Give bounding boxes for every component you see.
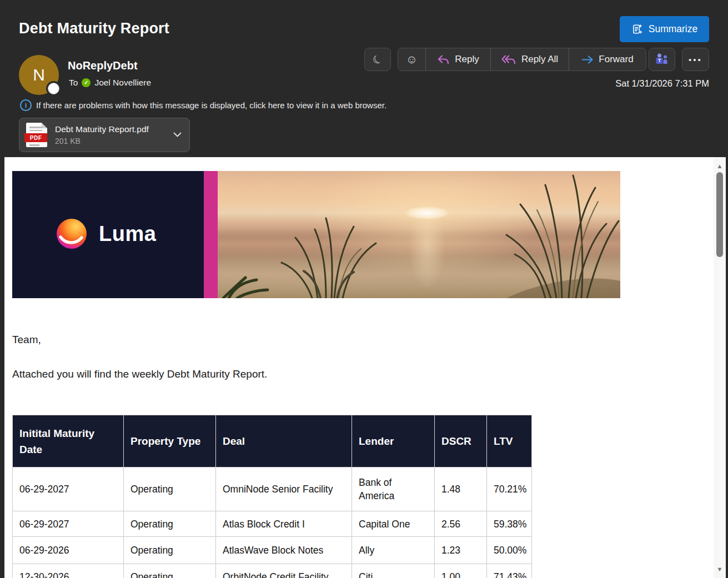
reply-arrow-icon xyxy=(437,54,450,65)
table-cell: 50.00% xyxy=(487,537,532,564)
table-row: 06-29-2026OperatingAtlasWave Block Notes… xyxy=(13,537,532,564)
banner-accent-stripe xyxy=(204,171,218,298)
mail-reading-pane-window: Debt Maturity Report Summarize N NoReply… xyxy=(0,0,728,578)
table-cell: 59.38% xyxy=(487,511,532,537)
table-cell: Capital One xyxy=(352,511,435,537)
reply-all-label: Reply All xyxy=(521,54,558,65)
info-icon: i xyxy=(20,99,32,111)
table-header-cell: Initital Maturity Date xyxy=(13,415,124,468)
attachment-chevron-down-icon[interactable] xyxy=(173,132,182,138)
scroll-up-arrow[interactable]: ▲ xyxy=(714,161,726,171)
attachment-meta: Debt Maturity Report.pdf 201 KB xyxy=(55,124,149,145)
table-cell: 2.56 xyxy=(435,511,487,537)
reply-button[interactable]: Reply xyxy=(426,48,491,71)
email-intro: Attached you will find the weekly Debt M… xyxy=(12,368,267,380)
table-cell: 06-29-2026 xyxy=(13,537,124,564)
table-cell: Operating xyxy=(124,564,216,578)
table-row: 12-30-2026OperatingOrbitNode Credit Faci… xyxy=(13,564,532,578)
table-cell: OrbitNode Credit Facility xyxy=(216,564,352,578)
table-cell: Ally xyxy=(352,537,435,564)
table-cell: 06-29-2027 xyxy=(13,468,124,511)
table-cell: 70.21% xyxy=(487,468,532,511)
snooze-button[interactable]: ☾ xyxy=(364,48,391,71)
table-header-cell: Deal xyxy=(216,415,352,468)
forward-label: Forward xyxy=(599,54,633,65)
pdf-file-icon: PDF xyxy=(26,123,47,147)
table-cell: Citi xyxy=(352,564,435,578)
attachment-card[interactable]: PDF Debt Maturity Report.pdf 201 KB xyxy=(19,118,190,152)
table-body: 06-29-2027OperatingOmniNode Senior Facil… xyxy=(13,468,532,578)
table-cell: 1.00 xyxy=(435,564,487,578)
table-header-row: Initital Maturity DateProperty TypeDealL… xyxy=(13,415,532,468)
reply-all-button[interactable]: Reply All xyxy=(491,48,569,71)
moon-icon: ☾ xyxy=(370,51,385,68)
forward-arrow-icon xyxy=(581,54,594,65)
summarize-doc-sparkle-icon xyxy=(631,23,643,35)
scroll-down-arrow[interactable]: ▼ xyxy=(714,564,726,574)
recipient-name[interactable]: Joel Novelliere xyxy=(94,78,151,88)
banner-beach-photo xyxy=(218,171,620,298)
sender-avatar-initial: N xyxy=(33,66,45,84)
banner-brand-panel: Luma xyxy=(12,171,204,298)
table-cell: 1.23 xyxy=(435,537,487,564)
table-header-cell: Property Type xyxy=(124,415,216,468)
to-label: To xyxy=(69,78,78,88)
table-cell: Operating xyxy=(124,468,216,511)
debt-maturity-table: Initital Maturity DateProperty TypeDealL… xyxy=(12,415,532,578)
sender-presence-badge xyxy=(48,83,59,94)
reactions-button[interactable]: ☺ xyxy=(398,48,426,71)
attachment-filename: Debt Maturity Report.pdf xyxy=(55,124,149,134)
table-header-cell: LTV xyxy=(487,415,532,468)
table-row: 06-29-2027OperatingAtlas Block Credit IC… xyxy=(13,511,532,537)
luma-logo-icon xyxy=(56,218,88,250)
table-cell: OmniNode Senior Facility xyxy=(216,468,352,511)
table-cell: Atlas Block Credit I xyxy=(216,511,352,537)
forward-button[interactable]: Forward xyxy=(569,48,646,71)
table-cell: 06-29-2027 xyxy=(13,511,124,537)
reply-label: Reply xyxy=(455,54,479,65)
svg-text:T: T xyxy=(658,58,661,63)
summarize-button[interactable]: Summarize xyxy=(620,16,709,42)
share-to-teams-button[interactable]: T xyxy=(649,48,675,71)
table-cell: 71.43% xyxy=(487,564,532,578)
table-header-cell: DSCR xyxy=(435,415,487,468)
reply-all-arrow-icon xyxy=(501,54,516,65)
smiley-icon: ☺ xyxy=(406,53,418,66)
ellipsis-icon: ••• xyxy=(689,55,702,64)
email-body-pane: Luma xyxy=(4,157,726,578)
recipient-row: To ✓ Joel Novelliere xyxy=(69,78,151,88)
vertical-scrollbar[interactable]: ▲ ▼ xyxy=(714,157,726,578)
sender-name[interactable]: NoReplyDebt xyxy=(68,59,138,72)
table-row: 06-29-2027OperatingOmniNode Senior Facil… xyxy=(13,468,532,511)
pdf-badge: PDF xyxy=(24,133,47,142)
message-subject: Debt Maturity Report xyxy=(19,20,169,37)
email-greeting: Team, xyxy=(12,334,41,346)
scrollbar-thumb[interactable] xyxy=(716,172,723,257)
table-cell: Operating xyxy=(124,511,216,537)
brand-name: Luma xyxy=(99,222,156,246)
table-header-cell: Lender xyxy=(352,415,435,468)
teams-icon: T xyxy=(655,53,669,66)
summarize-label: Summarize xyxy=(649,23,698,35)
more-actions-button[interactable]: ••• xyxy=(682,48,709,71)
display-problem-text[interactable]: If there are problems with how this mess… xyxy=(36,100,386,110)
recipient-presence-icon: ✓ xyxy=(82,78,91,87)
table-cell: AtlasWave Block Notes xyxy=(216,537,352,564)
beach-grass-graphic xyxy=(218,171,620,298)
email-banner-image: Luma xyxy=(12,171,620,298)
sent-datetime: Sat 1/31/2026 7:31 PM xyxy=(615,78,709,89)
table-cell: 1.48 xyxy=(435,468,487,511)
table-cell: 12-30-2026 xyxy=(13,564,124,578)
table-cell: Operating xyxy=(124,537,216,564)
attachment-filesize: 201 KB xyxy=(55,137,149,145)
respond-button-group: ☺ Reply Reply All Forwa xyxy=(398,48,646,71)
display-problem-banner: i If there are problems with how this me… xyxy=(20,99,386,111)
table-cell: Bank of America xyxy=(352,468,435,511)
